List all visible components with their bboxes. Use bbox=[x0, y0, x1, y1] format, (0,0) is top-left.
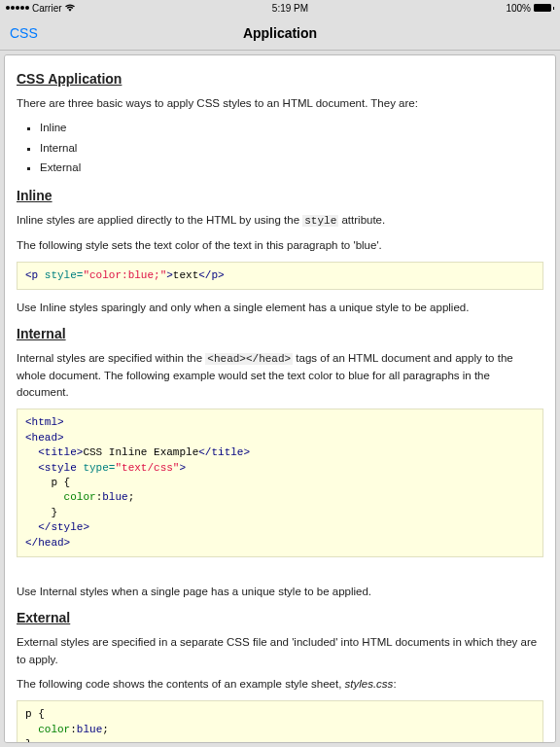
nav-bar: CSS Application bbox=[0, 16, 560, 51]
code-block-external-css: p { color:blue; } bbox=[17, 700, 543, 743]
inline-para-3: Use Inline styles sparingly and only whe… bbox=[17, 300, 543, 316]
wifi-icon bbox=[65, 4, 75, 12]
document-content[interactable]: CSS Application There are three basic wa… bbox=[4, 54, 556, 743]
heading-main: CSS Application bbox=[17, 69, 543, 89]
inline-para-2: The following style sets the text color … bbox=[17, 237, 543, 254]
carrier-label: Carrier bbox=[32, 3, 62, 14]
battery-icon bbox=[534, 4, 554, 12]
back-button[interactable]: CSS bbox=[10, 25, 38, 41]
code-inline: style bbox=[302, 215, 338, 227]
heading-inline: Inline bbox=[17, 186, 543, 206]
external-para-2: The following code shows the contents of… bbox=[17, 676, 543, 693]
time-label: 5:19 PM bbox=[272, 3, 308, 14]
heading-internal: Internal bbox=[17, 324, 543, 344]
list-item: Inline bbox=[40, 120, 543, 136]
list-item: External bbox=[40, 160, 543, 176]
ways-list: Inline Internal External bbox=[40, 120, 543, 176]
code-block-inline: <p style="color:blue;">text</p> bbox=[17, 262, 543, 290]
code-block-internal: <html> <head> <title>CSS Inline Example<… bbox=[17, 409, 543, 557]
intro-text: There are three basic ways to apply CSS … bbox=[17, 95, 543, 112]
inline-para-1: Inline styles are applied directly to th… bbox=[17, 212, 543, 230]
code-inline: <head></head> bbox=[205, 353, 293, 365]
battery-label: 100% bbox=[506, 3, 531, 14]
internal-para-1: Internal styles are specified within the… bbox=[17, 350, 543, 401]
status-bar: Carrier 5:19 PM 100% bbox=[0, 0, 560, 16]
external-para-1: External styles are specified in a separ… bbox=[17, 634, 543, 668]
page-title: Application bbox=[243, 25, 317, 41]
list-item: Internal bbox=[40, 140, 543, 157]
heading-external: External bbox=[17, 608, 543, 628]
signal-icon bbox=[6, 6, 29, 10]
internal-para-2: Use Internal styles when a single page h… bbox=[17, 584, 543, 600]
